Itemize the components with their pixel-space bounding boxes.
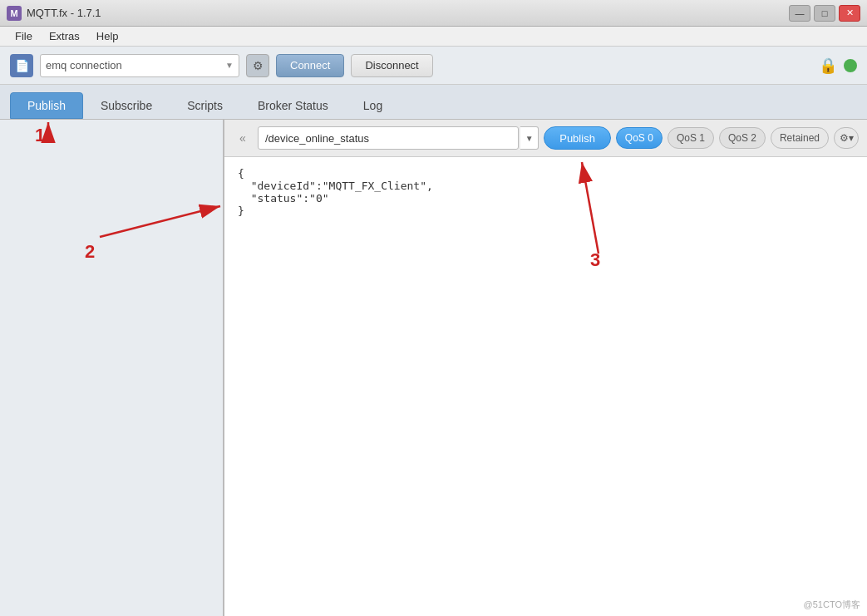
gear-button[interactable]: ⚙ bbox=[246, 54, 269, 77]
connection-dropdown[interactable]: emq connection ▼ bbox=[40, 54, 239, 77]
menu-bar: File Extras Help bbox=[0, 27, 867, 47]
main-content: « ▼ Publish QoS 0 QoS 1 QoS 2 Retained ⚙… bbox=[0, 120, 867, 616]
status-indicator bbox=[844, 59, 857, 72]
topic-input[interactable] bbox=[258, 126, 519, 150]
tab-scripts[interactable]: Scripts bbox=[170, 92, 240, 119]
title-bar: M MQTT.fx - 1.7.1 — □ ✕ bbox=[0, 0, 867, 27]
publish-toolbar: « ▼ Publish QoS 0 QoS 1 QoS 2 Retained ⚙… bbox=[224, 120, 867, 157]
tabs-bar: Publish Subscribe Scripts Broker Status … bbox=[0, 85, 867, 120]
qos2-button[interactable]: QoS 2 bbox=[719, 127, 766, 149]
menu-help[interactable]: Help bbox=[88, 28, 127, 44]
maximize-button[interactable]: □ bbox=[814, 5, 835, 22]
lock-icon: 🔒 bbox=[819, 57, 837, 75]
options-button[interactable]: ⚙▾ bbox=[834, 127, 859, 149]
qos1-button[interactable]: QoS 1 bbox=[667, 127, 714, 149]
right-panel: « ▼ Publish QoS 0 QoS 1 QoS 2 Retained ⚙… bbox=[224, 120, 867, 616]
message-editor[interactable]: { "deviceId":"MQTT_FX_Client", "status":… bbox=[224, 157, 867, 616]
topic-dropdown-button[interactable]: ▼ bbox=[520, 126, 539, 150]
back-button[interactable]: « bbox=[233, 128, 253, 148]
toolbar-right: 🔒 bbox=[440, 57, 857, 75]
disconnect-button[interactable]: Disconnect bbox=[351, 54, 432, 77]
watermark: @51CTO博客 bbox=[804, 599, 860, 611]
close-button[interactable]: ✕ bbox=[839, 5, 860, 22]
menu-file[interactable]: File bbox=[7, 28, 41, 44]
menu-extras[interactable]: Extras bbox=[41, 28, 88, 44]
retained-button[interactable]: Retained bbox=[771, 127, 829, 149]
tab-publish[interactable]: Publish bbox=[10, 92, 83, 119]
qos0-button[interactable]: QoS 0 bbox=[616, 127, 663, 149]
app-icon: M bbox=[7, 6, 22, 21]
left-panel bbox=[0, 120, 224, 616]
window-controls: — □ ✕ bbox=[789, 5, 860, 22]
tab-log[interactable]: Log bbox=[346, 92, 400, 119]
publish-button[interactable]: Publish bbox=[544, 126, 611, 150]
tab-broker-status[interactable]: Broker Status bbox=[240, 92, 346, 119]
connection-name: emq connection bbox=[46, 59, 122, 71]
toolbar: 📄 emq connection ▼ ⚙ Connect Disconnect … bbox=[0, 47, 867, 85]
app-title: MQTT.fx - 1.7.1 bbox=[27, 7, 789, 19]
connection-icon: 📄 bbox=[10, 54, 33, 77]
connect-button[interactable]: Connect bbox=[276, 54, 344, 77]
minimize-button[interactable]: — bbox=[789, 5, 810, 22]
dropdown-arrow-icon: ▼ bbox=[225, 61, 234, 70]
tab-subscribe[interactable]: Subscribe bbox=[83, 92, 170, 119]
